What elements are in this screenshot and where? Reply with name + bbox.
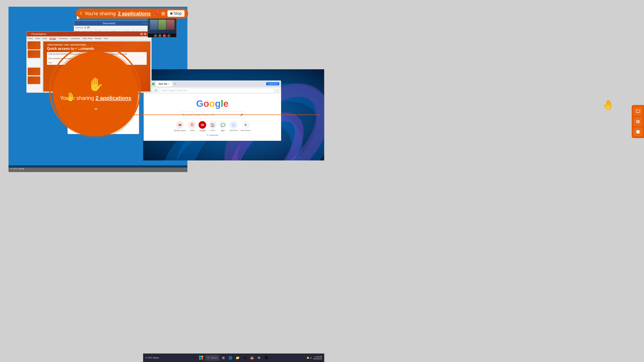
taskbar-datetime: 11:00 AM 10/25/2021 [313, 356, 322, 360]
gmail2-label: Gmail [190, 129, 194, 131]
win11-taskbar: ☀ 14°C Sunny 🔍 Search ⊞ 🌐 📁 🛍 🦊 ⚙ 🖼 📶 🔊 [143, 354, 324, 362]
chrome-maximize-btn[interactable] [152, 83, 154, 85]
video-person-1 [150, 20, 158, 30]
slide-thumb-1[interactable] [28, 41, 40, 49]
slide-thumb-5[interactable] [28, 76, 40, 84]
slide-thumb-content-5 [28, 76, 40, 84]
shortcut-gmail2[interactable]: G Gmail [188, 121, 196, 131]
word-titlebar: Document2 − □ × [74, 21, 151, 26]
taskbar-weather: ☀ 14°C Sunny [145, 357, 159, 359]
video-call-thumbnail: GREAT WALL 🎤 📷 📞 ⋯ [148, 15, 177, 37]
taskbar-start-btn[interactable] [198, 355, 204, 361]
shortcut-wechat[interactable]: 💬 微信 [219, 121, 227, 132]
ppt-tab-design[interactable]: Design [50, 37, 56, 40]
chrome-new-tab-btn[interactable]: + [174, 82, 176, 86]
stop-icon: ■ [170, 11, 173, 16]
slide-thumb-2[interactable] [28, 50, 40, 58]
banner-text-prefix: You're sharing [84, 11, 116, 16]
taskbar-store-icon[interactable]: 🛍 [242, 355, 248, 361]
dashed-line-horizontal [134, 114, 320, 115]
word-minimize-btn[interactable]: − [142, 22, 144, 24]
sharing-bubble-chevron[interactable]: ⌄ [93, 104, 98, 111]
shortcut-home[interactable]: 🏠 Home [209, 121, 216, 131]
ft-screen-btn[interactable] [634, 107, 642, 116]
chrome-customize-btn[interactable]: Customize [266, 82, 279, 85]
video-call-controls[interactable]: 🎤 📷 📞 ⋯ [148, 33, 176, 37]
word-maximize-btn[interactable]: □ [145, 22, 146, 24]
taskbar-task-view-btn[interactable]: ⊞ [220, 355, 226, 361]
svg-rect-9 [636, 110, 640, 112]
ppt-tab-view[interactable]: View [104, 37, 108, 39]
vc-mic-btn[interactable]: 🎤 [154, 34, 157, 37]
svg-rect-13 [638, 120, 639, 123]
taskbar-files-icon[interactable]: 📁 [234, 355, 241, 361]
shortcut-webstore[interactable]: ⬡ Web Store [230, 121, 238, 131]
taskbar-time: 11:00 AM [314, 356, 322, 358]
gmail-icon: ✉ [176, 121, 184, 129]
minimize-btn[interactable]: − [140, 33, 143, 35]
taskbar-right-area: 📶 🔊 11:00 AM 10/25/2021 [307, 356, 322, 360]
taskbar-volume-icon: 🔊 [310, 357, 312, 359]
taskbar-firefox-icon[interactable]: 🦊 [249, 355, 255, 361]
ppt-tab-animations[interactable]: Animations [70, 37, 80, 39]
ppt-tab-insert[interactable]: Insert [35, 37, 40, 39]
ppt-tab-draw[interactable]: Draw [42, 37, 47, 39]
ppt-tab-transitions[interactable]: Transitions [58, 37, 68, 39]
chrome-address-bar: ← → ↻ Search Google or type a URL ⋮ [144, 87, 281, 94]
stop-icon [636, 130, 640, 134]
vc-more-btn[interactable]: ⋯ [167, 34, 170, 37]
ppt-ribbon: Home Insert Draw Design Transitions Anim… [26, 36, 152, 40]
google-logo-o2: o [209, 98, 215, 109]
word-home-icon: 🏠 [84, 26, 86, 28]
add-shortcut-icon: + [242, 121, 250, 129]
taskbar-search-bar[interactable]: 🔍 Search [205, 355, 219, 361]
shortcut-163mail[interactable]: m 163邮箱 [198, 121, 206, 132]
chrome-more-btn[interactable]: ⋮ [276, 89, 279, 92]
gmail2-icon: G [188, 121, 196, 129]
mouse-cursor [76, 14, 83, 22]
slide-thumb-4[interactable] [28, 67, 40, 75]
shortcut-add[interactable]: + Add shortcut [240, 121, 251, 131]
word-autosave-bar: AutoSave 🏠 💾 [74, 26, 151, 30]
mail163-label: 163邮箱 [199, 129, 206, 132]
customize-icon: ✎ [206, 134, 208, 136]
maximize-btn[interactable]: □ [144, 33, 146, 35]
ft-pause-btn[interactable] [634, 117, 642, 126]
customize-chrome-btn[interactable]: ✎ Customize [206, 132, 218, 136]
svg-rect-8 [201, 358, 203, 360]
chrome-refresh-btn[interactable]: ↻ [155, 89, 158, 92]
taskbar-photos-icon[interactable]: 🖼 [263, 355, 270, 361]
ppt-tab-home[interactable]: Home [28, 37, 33, 39]
ft-stop-btn[interactable] [634, 127, 642, 136]
ppt-tab-slideshow[interactable]: Slide Show [82, 37, 92, 39]
taskbar-edge-icon[interactable]: 🌐 [228, 355, 234, 361]
chrome-url-bar[interactable]: Search Google or type a URL [159, 88, 274, 93]
undo-btn[interactable]: Undo [64, 44, 69, 46]
windows-logo-icon [199, 356, 203, 360]
video-participants [150, 20, 174, 30]
weather-temp: 14°C [13, 168, 18, 170]
slide-thumb-content-3 [28, 59, 40, 67]
mail163-icon: m [198, 121, 206, 129]
chrome-url-text: Search Google or type a URL [161, 89, 188, 92]
google-logo-l: l [221, 98, 224, 109]
slide-thumb-3[interactable] [28, 59, 40, 67]
vc-camera-btn[interactable]: 📷 [158, 34, 162, 37]
open-btn[interactable]: Open or Create Files [47, 44, 63, 46]
chrome-tab[interactable]: New Tab × [156, 81, 172, 86]
vc-end-btn[interactable]: 📞 [163, 34, 166, 37]
shortcut-gmail[interactable]: ✉ 电子邮 (GMail) [174, 121, 186, 132]
word-title: Document2 [76, 22, 142, 24]
taskbar-settings-icon[interactable]: ⚙ [256, 355, 262, 361]
left-taskbar: ☀ 14°C Sunny [8, 165, 188, 172]
stop-label: Stop [174, 11, 182, 16]
banner-icon-2: ⊞ [161, 11, 165, 16]
hand-cursor-right: 🤚 [602, 99, 614, 110]
chrome-tab-close-btn[interactable]: × [168, 83, 170, 85]
stop-button[interactable]: ■ Stop [168, 10, 184, 17]
video-person-2 [158, 20, 166, 30]
svg-rect-6 [201, 356, 203, 358]
google-shortcuts: ✉ 电子邮 (GMail) G Gmail m 163邮箱 🏠 Home 💬 微… [174, 121, 251, 132]
quick-access-btn[interactable]: Quick Access Toolbar [70, 44, 86, 46]
ppt-tab-review[interactable]: Review [95, 37, 102, 39]
